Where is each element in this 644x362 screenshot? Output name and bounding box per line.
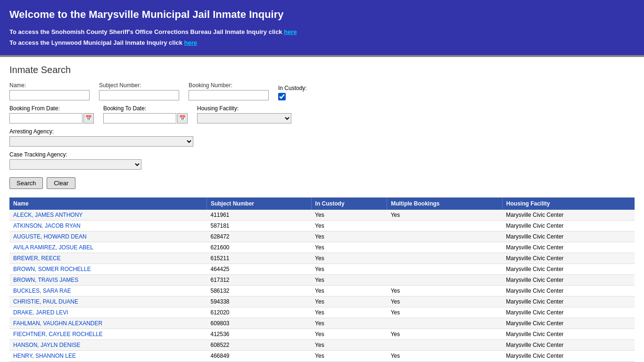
cell-in-custody: Yes <box>311 296 387 307</box>
cell-multiple-bookings <box>387 242 503 253</box>
housing-facility-select[interactable]: Marysville Civic Center <box>197 113 291 123</box>
cell-multiple-bookings <box>387 339 503 350</box>
page-title: Welcome to the Marysville Municipal Jail… <box>9 8 635 21</box>
booking-number-input[interactable] <box>189 90 269 100</box>
cell-multiple-bookings <box>387 263 503 274</box>
cell-name: DRAKE, JARED LEVI <box>9 307 206 318</box>
cell-name: CHRISTIE, PAUL DUANE <box>9 296 206 307</box>
lynnwood-link[interactable]: here <box>184 39 197 46</box>
in-custody-field: In Custody: <box>278 85 307 100</box>
inmate-name-link[interactable]: HANSON, JAYLN DENISE <box>13 342 80 348</box>
booking-from-input[interactable] <box>9 113 83 123</box>
cell-facility: Marysville Civic Center <box>502 285 635 296</box>
cell-facility: Marysville Civic Center <box>502 263 635 274</box>
case-tracking-field: Case Tracking Agency: <box>9 151 635 170</box>
case-tracking-select[interactable] <box>9 159 141 170</box>
cell-in-custody: Yes <box>311 242 387 253</box>
cell-in-custody: Yes <box>311 318 387 329</box>
cell-facility: Marysville Civic Center <box>502 296 635 307</box>
table-row: FIECHTNER, CAYLEE ROCHELLE412536YesYesMa… <box>9 329 635 339</box>
cell-facility: Marysville Civic Center <box>502 307 635 318</box>
table-row: CHRISTIE, PAUL DUANE594338YesYesMarysvil… <box>9 296 635 307</box>
cell-facility: Marysville Civic Center <box>502 329 635 339</box>
cell-name: AVILA RAMIREZ, JOSUE ABEL <box>9 242 206 253</box>
inmate-name-link[interactable]: BROWN, TRAVIS JAMES <box>13 277 78 283</box>
cell-facility: Marysville Civic Center <box>502 210 635 221</box>
inmate-name-link[interactable]: FIECHTNER, CAYLEE ROCHELLE <box>13 331 103 337</box>
inmate-name-link[interactable]: ALECK, JAMES ANTHONY <box>13 212 83 218</box>
form-row-2: Booking From Date: 📅 Booking To Date: 📅 … <box>9 105 635 123</box>
inmate-name-link[interactable]: DRAKE, JARED LEVI <box>13 309 68 316</box>
cell-multiple-bookings <box>387 231 503 242</box>
main-content: Inmate Search Name: Subject Number: Book… <box>0 57 644 362</box>
cell-in-custody: Yes <box>311 253 387 263</box>
cell-subject: 464425 <box>206 263 311 274</box>
cell-multiple-bookings <box>387 220 503 231</box>
booking-number-label: Booking Number: <box>189 82 269 89</box>
inmate-name-link[interactable]: AUGUSTE, HOWARD DEAN <box>13 233 87 240</box>
cell-in-custody: Yes <box>311 231 387 242</box>
name-input[interactable] <box>9 90 90 100</box>
cell-facility: Marysville Civic Center <box>502 350 635 361</box>
arresting-agency-select[interactable] <box>9 136 193 147</box>
cell-in-custody: Yes <box>311 339 387 350</box>
cell-multiple-bookings <box>387 274 503 285</box>
inmate-name-link[interactable]: BREWER, REECE <box>13 255 61 262</box>
cell-multiple-bookings: Yes <box>387 307 503 318</box>
inmate-name-link[interactable]: BUCKLES, SARA RAE <box>13 288 71 294</box>
table-row: BREWER, REECE615211YesMarysville Civic C… <box>9 253 635 263</box>
cell-subject: 412536 <box>206 329 311 339</box>
booking-to-input[interactable] <box>103 113 176 123</box>
booking-number-field: Booking Number: <box>189 82 269 100</box>
inmate-name-link[interactable]: HENRY, SHANNON LEE <box>13 353 76 359</box>
table-row: FAHLMAN, VAUGHN ALEXANDER609803YesMarysv… <box>9 318 635 329</box>
subject-number-field: Subject Number: <box>99 82 179 100</box>
subject-number-label: Subject Number: <box>99 82 179 89</box>
cell-multiple-bookings <box>387 318 503 329</box>
cell-name: ATKINSON, JACOB RYAN <box>9 220 206 231</box>
table-header: Name Subject Number In Custody Multiple … <box>9 197 635 210</box>
name-field: Name: <box>9 82 90 100</box>
button-row: Search Clear <box>9 177 635 189</box>
cell-subject: 612020 <box>206 307 311 318</box>
booking-from-calendar-button[interactable]: 📅 <box>83 113 94 123</box>
cell-subject: 466849 <box>206 350 311 361</box>
cell-name: FAHLMAN, VAUGHN ALEXANDER <box>9 318 206 329</box>
name-label: Name: <box>9 82 90 89</box>
search-button[interactable]: Search <box>9 177 43 189</box>
cell-in-custody: Yes <box>311 285 387 296</box>
cell-name: BREWER, REECE <box>9 253 206 263</box>
cell-subject: 411961 <box>206 210 311 221</box>
cell-subject: 608522 <box>206 339 311 350</box>
table-row: BROWN, SOMER ROCHELLE464425YesMarysville… <box>9 263 635 274</box>
results-table: Name Subject Number In Custody Multiple … <box>9 197 635 362</box>
table-body: ALECK, JAMES ANTHONY411961YesYesMarysvil… <box>9 210 635 362</box>
inmate-name-link[interactable]: FAHLMAN, VAUGHN ALEXANDER <box>13 320 102 327</box>
clear-button[interactable]: Clear <box>47 177 75 189</box>
inmate-name-link[interactable]: ATKINSON, JACOB RYAN <box>13 222 81 229</box>
table-row: HANSON, JAYLN DENISE608522YesMarysville … <box>9 339 635 350</box>
col-facility: Housing Facility <box>502 197 635 210</box>
cell-subject: 617312 <box>206 274 311 285</box>
calendar-icon: 📅 <box>85 115 92 121</box>
in-custody-checkbox[interactable] <box>278 93 286 100</box>
cell-in-custody: Yes <box>311 263 387 274</box>
col-subject: Subject Number <box>206 197 311 210</box>
cell-subject: 594338 <box>206 296 311 307</box>
booking-to-label: Booking To Date: <box>103 105 188 112</box>
cell-subject: 586132 <box>206 285 311 296</box>
booking-to-input-wrap: 📅 <box>103 113 188 123</box>
inmate-name-link[interactable]: CHRISTIE, PAUL DUANE <box>13 298 78 305</box>
snohomish-link[interactable]: here <box>284 28 297 35</box>
cell-name: BROWN, TRAVIS JAMES <box>9 274 206 285</box>
booking-to-calendar-button[interactable]: 📅 <box>177 113 188 123</box>
col-in-custody: In Custody <box>311 197 387 210</box>
inmate-name-link[interactable]: BROWN, SOMER ROCHELLE <box>13 266 91 272</box>
cell-facility: Marysville Civic Center <box>502 274 635 285</box>
link2-text: To access the Lynnwood Municipal Jail In… <box>9 39 184 46</box>
cell-in-custody: Yes <box>311 210 387 221</box>
cell-facility: Marysville Civic Center <box>502 253 635 263</box>
subject-number-input[interactable] <box>99 90 179 100</box>
booking-from-input-wrap: 📅 <box>9 113 94 123</box>
inmate-name-link[interactable]: AVILA RAMIREZ, JOSUE ABEL <box>13 244 93 251</box>
